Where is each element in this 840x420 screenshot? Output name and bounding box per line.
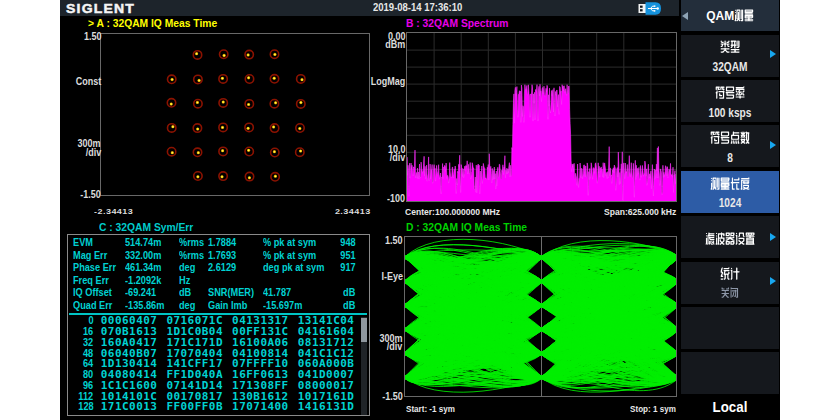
softkey-arrow-icon	[770, 233, 776, 241]
softkey-label	[681, 40, 779, 53]
softkey-label	[681, 267, 779, 280]
window-d-title: D : 32QAM IQ Meas Time	[406, 222, 527, 233]
a-y-mid-label: Const	[75, 77, 101, 87]
window-a-title: > A : 32QAM IQ Meas Time	[88, 18, 217, 29]
softkey-value: 32QAM	[692, 59, 768, 74]
softkey-测量长度[interactable]: 1024	[681, 171, 779, 213]
d-y-top-label: 1.50	[385, 236, 403, 246]
softkey-value: 1024	[692, 195, 768, 210]
softkey-label	[681, 177, 779, 190]
d-y-mid-label: I-Eye	[381, 272, 403, 282]
siglent-logo: SIGLENT	[66, 2, 135, 15]
b-y-unit-label: dBm	[385, 40, 405, 50]
menu-header: QAM	[681, 0, 779, 31]
top-status-bar: SIGLENT 2019-08-14 17:36:10	[60, 0, 679, 16]
a-per-div-unit: /div	[85, 148, 101, 158]
softkey-label	[681, 232, 779, 245]
softkey-统计[interactable]	[681, 262, 779, 304]
analyzer-screen: SIGLENT 2019-08-14 17:36:10 > A : 32QAM …	[60, 0, 780, 420]
b-y-bottom-label: -100	[387, 194, 405, 204]
a-x-left-label: -2.34413	[94, 208, 133, 216]
window-b-title: B : 32QAM Spectrum	[406, 18, 508, 29]
d-footer-start: Start: -1 sym	[406, 404, 455, 414]
b-footer-span: Span:625.000 kHz	[604, 207, 676, 217]
a-y-bottom-label: -1.50	[80, 190, 101, 200]
softkey-滤波器设置[interactable]	[681, 216, 779, 258]
screenshot-canvas: SIGLENT 2019-08-14 17:36:10 > A : 32QAM …	[0, 0, 840, 420]
b-scale-label: LogMag	[371, 77, 405, 87]
softkey-arrow-icon	[770, 50, 776, 58]
softkey-empty-6	[681, 307, 779, 349]
hex-scrollbar-thumb[interactable]	[361, 318, 367, 342]
softkey-符号点数[interactable]: 8	[681, 125, 779, 167]
eye-diagram-plot	[404, 236, 677, 397]
b-per-div-unit: /div	[390, 153, 406, 163]
softkey-arrow-icon	[770, 277, 776, 285]
softkey-value: 100 ksps	[692, 105, 768, 120]
d-per-div-unit: /div	[387, 342, 403, 352]
local-button[interactable]: Local	[683, 400, 776, 414]
usb-device-icon	[638, 2, 661, 15]
sym-err-box: EVM514.74m%rms1.7884% pk at sym948Mag Er…	[67, 234, 370, 417]
softkey-符号率[interactable]: 100 ksps	[681, 80, 779, 122]
a-x-right-label: 2.34413	[335, 208, 371, 216]
datetime-display: 2019-08-14 17:36:10	[373, 3, 462, 13]
menu-collapse-icon[interactable]	[682, 12, 688, 20]
a-y-top-label: 1.50	[83, 32, 101, 42]
softkey-value: 8	[692, 150, 768, 165]
softkey-类型[interactable]: 32QAM	[681, 35, 779, 77]
softkey-arrow-icon	[770, 141, 776, 149]
window-c-title: C : 32QAM Sym/Err	[99, 222, 193, 233]
menu-header-label: QAM	[706, 9, 754, 23]
d-footer-stop: Stop: 1 sym	[630, 404, 676, 414]
softkey-value	[681, 287, 779, 298]
softkey-label	[681, 131, 779, 144]
softkey-empty-7	[681, 352, 779, 394]
d-y-bottom-label: -1.50	[382, 392, 403, 402]
softkey-label	[681, 86, 779, 99]
softkey-menu: QAM 32QAM100 ksps81024 Local	[681, 0, 779, 420]
constellation-plot	[100, 33, 370, 196]
spectrum-plot	[406, 32, 677, 203]
b-footer-center-freq: Center:100.000000 MHz	[405, 207, 500, 217]
